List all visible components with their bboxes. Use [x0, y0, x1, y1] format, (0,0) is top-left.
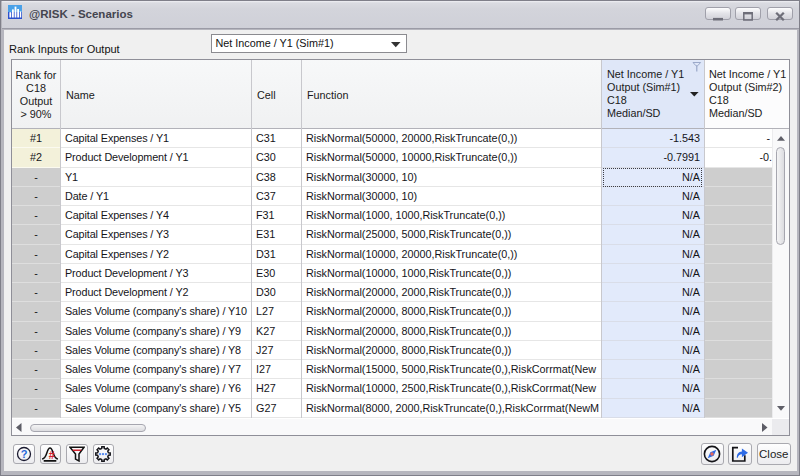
svg-text:?: ?	[20, 448, 27, 460]
svg-text:#: #	[49, 449, 55, 461]
